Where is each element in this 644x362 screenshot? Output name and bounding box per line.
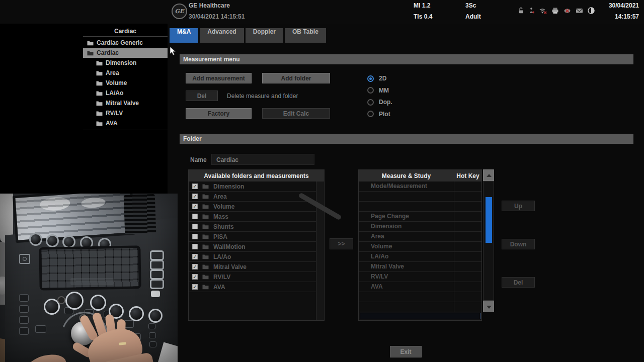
del-entry-button[interactable]: Del (502, 277, 535, 288)
radio-icon[interactable] (367, 111, 374, 117)
checkbox-checked-icon[interactable]: ✓ (192, 204, 198, 209)
hotkey-cell[interactable] (454, 222, 481, 231)
tab-advanced[interactable]: Advanced (200, 28, 244, 43)
sidebar-item-volume[interactable]: Volume (83, 78, 168, 88)
measure-row-label: Area (359, 232, 454, 241)
scroll-down-button[interactable] (483, 301, 494, 312)
exit-button[interactable]: Exit (390, 346, 422, 357)
sidebar-item-rv-lv[interactable]: RV/LV (83, 108, 168, 118)
scrollbar-track[interactable] (483, 181, 494, 301)
hotkey-cell[interactable] (454, 272, 481, 282)
available-item-label: Mitral Valve (213, 263, 247, 270)
available-item-pisa[interactable]: PISA (189, 232, 316, 242)
mode-radio-dop-[interactable]: Dop. (367, 99, 392, 106)
available-item-shunts[interactable]: Shunts (189, 222, 316, 232)
checkbox-icon[interactable] (192, 214, 198, 219)
del-measurement-button[interactable]: Del (186, 90, 218, 101)
folder-icon (96, 80, 103, 86)
checkbox-checked-icon[interactable]: ✓ (192, 284, 198, 290)
checkbox-checked-icon[interactable]: ✓ (192, 274, 198, 280)
checkbox-checked-icon[interactable]: ✓ (192, 264, 198, 269)
sidebar-item-cardiac-generic[interactable]: Cardiac Generic (83, 38, 168, 48)
available-item-la-ao[interactable]: ✓LA/Ao (189, 252, 316, 262)
available-item-label: Area (213, 193, 227, 200)
available-item-area[interactable]: ✓Area (189, 192, 316, 202)
hotkey-cell[interactable] (454, 252, 481, 261)
checkbox-checked-icon[interactable]: ✓ (192, 194, 198, 199)
hotkey-cell[interactable] (454, 212, 481, 221)
measure-row-la-ao[interactable]: LA/Ao (359, 252, 481, 262)
tis-value: TIs 0.4 (414, 13, 432, 20)
measure-row-area[interactable]: Area (359, 232, 481, 242)
measure-row-ava[interactable]: AVA (359, 282, 481, 292)
hotkey-cell[interactable] (454, 182, 481, 191)
checkbox-checked-icon[interactable]: ✓ (192, 254, 198, 259)
available-item-mass[interactable]: Mass (189, 212, 316, 222)
sidebar-item-mitral-valve[interactable]: Mitral Valve (83, 98, 168, 108)
scrollbar-thumb[interactable] (486, 197, 492, 243)
checkbox-checked-icon[interactable]: ✓ (192, 184, 198, 189)
edit-calc-button[interactable]: Edit Calc (262, 108, 330, 119)
hotkey-cell[interactable] (454, 292, 481, 302)
measure-row-mitral-valve[interactable]: Mitral Valve (359, 262, 481, 272)
sidebar-item-ava[interactable]: AVA (83, 118, 168, 128)
hotkey-cell[interactable] (454, 302, 481, 312)
measure-row-label: LA/Ao (359, 252, 454, 261)
checkbox-icon[interactable] (192, 244, 198, 249)
hotkey-cell[interactable] (454, 262, 481, 272)
scroll-up-button[interactable] (483, 169, 494, 181)
measure-row-mode-measurement[interactable]: Mode/Measurement (359, 182, 481, 192)
mode-radio-plot[interactable]: Plot (367, 111, 390, 118)
checkbox-icon[interactable] (192, 224, 198, 229)
radio-icon[interactable] (367, 99, 374, 106)
available-item-rv-lv[interactable]: ✓RV/LV (189, 272, 316, 282)
available-measurements-list: Available folders and measurements ✓Dime… (188, 169, 325, 321)
available-item-label: LA/Ao (213, 253, 231, 260)
add-folder-button[interactable]: Add folder (262, 73, 330, 83)
measure-row-empty[interactable] (359, 292, 481, 302)
sidebar-item-la-ao[interactable]: LA/Ao (83, 88, 168, 98)
sidebar-item-label: Cardiac Generic (97, 39, 143, 46)
measure-row-volume[interactable]: Volume (359, 242, 481, 252)
hotkey-cell[interactable] (454, 242, 481, 251)
sidebar-item-dimension[interactable]: Dimension (83, 58, 168, 68)
folder-tree-panel: Cardiac Cardiac GenericCardiacDimensionA… (83, 26, 168, 130)
radio-label: Dop. (379, 99, 392, 106)
mode-radio-mm[interactable]: MM (367, 87, 389, 94)
checkbox-icon[interactable] (192, 234, 198, 239)
available-item-wallmotion[interactable]: WallMotion (189, 242, 316, 252)
down-button[interactable]: Down (502, 239, 535, 249)
sidebar-item-area[interactable]: Area (83, 68, 168, 78)
folder-name-input[interactable]: Cardiac (211, 154, 314, 165)
available-list-scrollbar[interactable] (316, 182, 324, 320)
factory-button[interactable]: Factory (186, 108, 252, 119)
up-button[interactable]: Up (502, 201, 535, 211)
selected-empty-row[interactable] (360, 313, 480, 319)
available-item-dimension[interactable]: ✓Dimension (189, 182, 316, 192)
hotkey-cell[interactable] (454, 202, 481, 211)
tab-ob-table[interactable]: OB Table (285, 28, 326, 43)
measure-row-rv-lv[interactable]: RV/LV (359, 272, 481, 282)
available-item-mitral-valve[interactable]: ✓Mitral Valve (189, 262, 316, 272)
move-right-button[interactable]: >> (330, 238, 353, 249)
available-item-volume[interactable]: ✓Volume (189, 202, 316, 212)
hotkey-cell[interactable] (454, 282, 481, 292)
add-measurement-button[interactable]: Add measurement (186, 73, 252, 83)
radio-icon[interactable] (367, 87, 374, 94)
available-item-label: AVA (213, 284, 225, 291)
measure-row-empty[interactable] (359, 202, 481, 212)
measure-row-empty[interactable] (359, 302, 481, 312)
available-item-ava[interactable]: ✓AVA (189, 282, 316, 292)
tab-m-a[interactable]: M&A (170, 28, 198, 43)
measure-row-page-change[interactable]: Page Change (359, 212, 481, 222)
measure-row-empty[interactable] (359, 192, 481, 202)
hotkey-cell[interactable] (454, 192, 481, 201)
contrast-icon (587, 7, 595, 15)
tab-doppler[interactable]: Doppler (246, 28, 283, 43)
measure-row-dimension[interactable]: Dimension (359, 222, 481, 232)
folder-icon (202, 194, 209, 199)
sidebar-item-cardiac[interactable]: Cardiac (83, 48, 168, 58)
hotkey-cell[interactable] (454, 232, 481, 241)
radio-icon[interactable] (367, 75, 374, 82)
mode-radio-2d[interactable]: 2D (367, 75, 386, 82)
